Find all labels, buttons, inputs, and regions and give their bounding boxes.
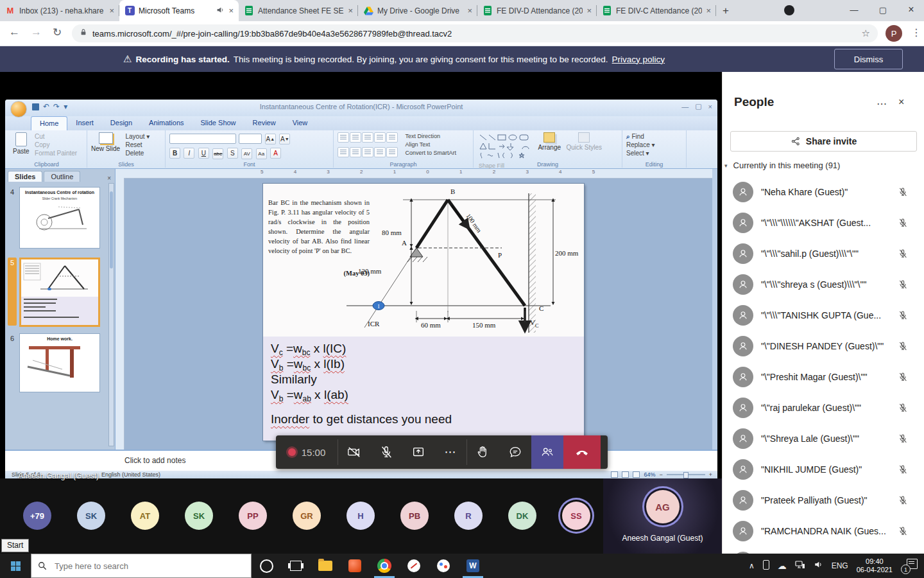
tab-close-icon[interactable]: × [586, 6, 592, 15]
taskbar-clock[interactable]: 09:40 06-04-2021 [857, 557, 893, 574]
participant-row[interactable]: "\"raj parulekar (Guest)\"" [723, 392, 924, 423]
muted-mic-icon[interactable] [898, 310, 908, 320]
file-explorer-button[interactable] [311, 554, 340, 578]
hang-up-button[interactable] [563, 435, 601, 469]
onedrive-cloud-icon[interactable]: ☁ [778, 561, 787, 571]
slides-tab[interactable]: Slides [8, 171, 42, 182]
participant-row[interactable]: "\"Shreya Lale (Guest)\"" [723, 423, 924, 454]
select-button[interactable]: Select ▾ [626, 149, 682, 157]
more-actions-button[interactable]: ⋯ [434, 435, 466, 469]
language-indicator[interactable]: ENG [832, 561, 848, 570]
slide-thumbnail-6[interactable]: Home work. [19, 333, 100, 392]
font-color-button[interactable]: A [270, 148, 281, 159]
taskbar-search[interactable] [31, 554, 252, 578]
arrange-button[interactable]: Arrange [538, 132, 561, 151]
font-name-select[interactable] [169, 134, 236, 144]
reset-button[interactable]: Reset [125, 141, 150, 149]
ppt-restore-icon[interactable]: ▢ [695, 102, 701, 110]
ribbon-tab-review[interactable]: Review [244, 116, 284, 130]
layout-button[interactable]: Layout ▾ [125, 132, 150, 141]
meeting-section-header[interactable]: ▾ Currently in this meeting (91) [724, 161, 840, 170]
phone-link-icon[interactable] [763, 560, 769, 572]
underline-button[interactable]: U [198, 148, 209, 159]
justify-button[interactable] [374, 147, 386, 157]
align-right-button[interactable] [362, 147, 373, 157]
paste-button[interactable]: Paste [13, 132, 30, 155]
muted-mic-icon[interactable] [898, 218, 908, 228]
participant-avatar[interactable]: SK [185, 502, 213, 530]
muted-mic-icon[interactable] [898, 249, 908, 259]
tab-drive[interactable]: My Drive - Google Drive × [358, 0, 477, 21]
forward-icon[interactable]: → [31, 26, 42, 39]
chat-button[interactable] [499, 435, 531, 469]
participant-row[interactable]: "NIKHIL JUMDE (Guest)" [723, 454, 924, 485]
italic-button[interactable]: I [184, 148, 194, 159]
tab-audio-icon[interactable] [216, 6, 225, 16]
zoom-out-icon[interactable]: − [659, 471, 662, 478]
privacy-policy-link[interactable]: Privacy policy [612, 55, 665, 64]
participant-avatar[interactable]: GR [293, 502, 321, 530]
participant-row[interactable]: "\"DINESH PANDEY (Guest)\"" [723, 331, 924, 362]
tray-chevron-icon[interactable]: ∧ [749, 561, 755, 570]
window-minimize-button[interactable]: — [841, 0, 868, 19]
bold-button[interactable]: B [169, 148, 180, 159]
sorter-view-icon[interactable] [622, 471, 629, 478]
zoom-in-icon[interactable]: + [709, 471, 712, 478]
overflow-count-avatar[interactable]: +79 [23, 502, 51, 530]
text-direction-button[interactable]: Text Direction [405, 132, 456, 141]
align-text-button[interactable]: Align Text [405, 141, 456, 149]
start-button[interactable] [0, 554, 31, 578]
ribbon-tab-insert[interactable]: Insert [67, 116, 102, 130]
window-close-button[interactable]: × [898, 0, 924, 19]
participant-avatar[interactable]: PP [239, 502, 267, 530]
participant-avatar[interactable]: DK [508, 502, 536, 530]
smartart-button[interactable]: Convert to SmartArt [405, 149, 456, 157]
participant-row[interactable]: "\"\\\"sahil.p (Guest)\\\"\"" [723, 238, 924, 269]
muted-mic-icon[interactable] [898, 464, 908, 475]
snip-button[interactable] [399, 554, 429, 578]
shapes-gallery-icon[interactable] [477, 132, 533, 162]
tab-close-icon[interactable]: × [228, 6, 234, 15]
panel-close-icon[interactable]: × [107, 175, 111, 182]
address-bar[interactable]: teams.microsoft.com/_#/pre-join-calling/… [72, 24, 878, 42]
numbering-button[interactable] [350, 132, 361, 143]
slideshow-view-icon[interactable] [633, 471, 640, 478]
profile-avatar[interactable]: P [886, 25, 902, 42]
browser-menu-icon[interactable]: ⋮ [911, 26, 921, 39]
align-center-button[interactable] [350, 147, 361, 157]
new-slide-button[interactable]: New Slide [91, 132, 120, 152]
copy-button[interactable]: Copy [35, 141, 77, 149]
bookmark-star-icon[interactable]: ☆ [862, 28, 870, 39]
participant-row[interactable]: "Prateek Palliyath (Guest)" [723, 485, 924, 516]
muted-mic-icon[interactable] [898, 526, 908, 536]
network-icon[interactable] [795, 560, 805, 572]
change-case-button[interactable]: Aa [256, 148, 267, 159]
format-painter-button[interactable]: Format Painter [35, 149, 77, 157]
search-input[interactable] [53, 561, 223, 572]
participant-avatar[interactable]: AT [131, 502, 159, 530]
tab-close-icon[interactable]: × [348, 6, 353, 15]
muted-mic-icon[interactable] [898, 341, 908, 351]
tab-close-icon[interactable]: × [467, 6, 472, 15]
slide-thumbnail-5-selected[interactable] [19, 258, 100, 327]
participant-row[interactable]: "\"\\\"shreya s (Guest)\\\"\"" [723, 269, 924, 300]
muted-mic-icon[interactable] [898, 495, 908, 505]
muted-mic-icon[interactable] [898, 279, 908, 290]
chrome-button[interactable] [370, 554, 399, 578]
tab-gmail[interactable]: M Inbox (213) - neha.khare × [0, 0, 119, 21]
participant-avatar[interactable]: PB [400, 502, 429, 530]
speaking-participant-avatar[interactable]: SS [562, 502, 590, 530]
raise-hand-button[interactable] [467, 435, 499, 469]
muted-mic-icon[interactable] [898, 372, 908, 382]
outline-tab[interactable]: Outline [44, 171, 80, 182]
slide-thumbnail-4[interactable]: Instantaneous Centre of rotation Slider … [19, 187, 100, 249]
share-invite-button[interactable]: Share invite [730, 131, 917, 152]
columns-button[interactable] [386, 147, 398, 157]
ppt-close-icon[interactable]: × [708, 103, 712, 110]
tab-sheet-divc[interactable]: FE DIV-C Attendance (20 × [597, 0, 716, 21]
tab-sheet-attendance[interactable]: Attendance Sheet FE SE × [239, 0, 358, 21]
muted-mic-icon[interactable] [898, 403, 908, 413]
ribbon-tab-home[interactable]: Home [31, 116, 67, 130]
active-speaker-tile[interactable]: AG Aneesh Gangal (Guest) [603, 478, 722, 554]
find-button[interactable]: ⌕ Find [626, 132, 682, 141]
